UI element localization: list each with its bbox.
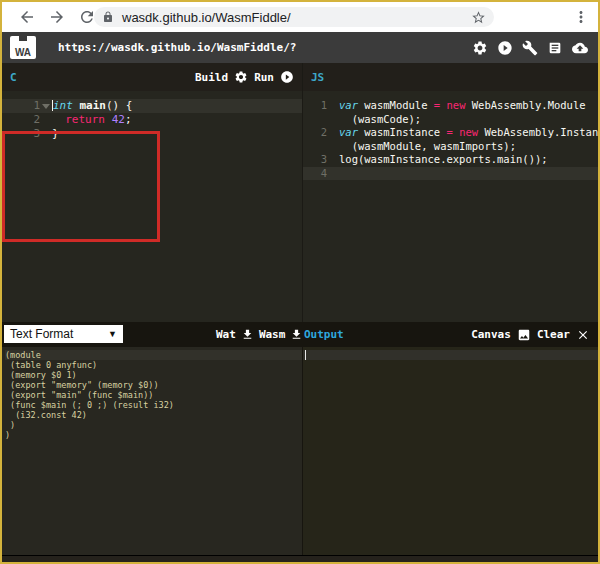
lock-icon[interactable] bbox=[102, 11, 114, 23]
output-line: (export "main" (func $main)) bbox=[5, 390, 302, 400]
forward-icon[interactable] bbox=[48, 8, 66, 26]
console-active-line bbox=[303, 350, 598, 360]
build-run-group: Build Run bbox=[195, 70, 294, 84]
code-line[interactable]: (wasmModule, wasmImports); bbox=[303, 140, 598, 154]
output-line: (memory $0 1) bbox=[5, 370, 302, 380]
js-pane: JS 1var wasmModule = new WebAssembly.Mod… bbox=[302, 63, 598, 322]
wrench-icon[interactable] bbox=[522, 40, 538, 56]
wat-download-button[interactable]: Wat bbox=[216, 328, 236, 341]
docs-icon[interactable] bbox=[547, 40, 563, 56]
browser-chrome: wasdk.github.io/WasmFiddle/ bbox=[2, 2, 598, 32]
back-icon[interactable] bbox=[18, 8, 36, 26]
output-tab-label: Output bbox=[304, 322, 344, 347]
fold-arrow-icon[interactable] bbox=[42, 104, 50, 109]
output-line: (func $main (; 0 ;) (result i32) bbox=[5, 400, 302, 410]
play-circle-icon[interactable] bbox=[497, 40, 513, 56]
js-pane-header: JS bbox=[303, 63, 598, 91]
format-select-value: Text Format bbox=[10, 327, 73, 341]
bottom-strip bbox=[2, 555, 598, 562]
share-icon[interactable] bbox=[572, 40, 588, 56]
console-output-pane[interactable] bbox=[302, 347, 598, 555]
close-icon[interactable] bbox=[576, 328, 590, 342]
c-code-editor[interactable]: 1int main() {2 return 42;3} bbox=[2, 91, 302, 322]
menu-icon[interactable] bbox=[572, 8, 590, 26]
build-button[interactable]: Build bbox=[195, 71, 228, 84]
wasmfiddle-window: wasdk.github.io/WasmFiddle/ WA https://w… bbox=[0, 0, 600, 564]
format-select[interactable]: Text Format ▼ bbox=[4, 325, 123, 343]
output-line: (i32.const 42) bbox=[5, 410, 302, 420]
image-icon[interactable] bbox=[517, 328, 531, 342]
download-icon[interactable] bbox=[241, 328, 254, 341]
chevron-down-icon: ▼ bbox=[108, 329, 117, 339]
wasm-logo-text: WA bbox=[10, 47, 36, 58]
c-pane-header: C Build Run bbox=[2, 63, 302, 91]
code-line[interactable]: 2 return 42; bbox=[2, 113, 302, 127]
output-line: (export "memory" (memory $0)) bbox=[5, 380, 302, 390]
app-url-text: https://wasdk.github.io/WasmFiddle/? bbox=[58, 41, 296, 54]
build-gear-icon[interactable] bbox=[234, 70, 248, 84]
code-line[interactable]: 1int main() { bbox=[2, 99, 302, 113]
star-icon[interactable] bbox=[471, 10, 486, 25]
canvas-button[interactable]: Canvas bbox=[471, 328, 511, 341]
run-play-icon[interactable] bbox=[280, 70, 294, 84]
tab-c: C bbox=[10, 71, 17, 84]
code-line[interactable]: 4 bbox=[303, 167, 598, 181]
bottom-toolbar: Text Format ▼ Wat Wasm Output Canvas Cle… bbox=[2, 322, 598, 347]
js-code-editor[interactable]: 1var wasmModule = new WebAssembly.Module… bbox=[303, 91, 598, 322]
code-line[interactable]: 2var wasmInstance = new WebAssembly.Inst… bbox=[303, 126, 598, 140]
code-line[interactable]: 3} bbox=[2, 127, 302, 141]
run-button[interactable]: Run bbox=[254, 71, 274, 84]
output-line: (table 0 anyfunc) bbox=[5, 360, 302, 370]
output-area: (module (table 0 anyfunc) (memory $0 1) … bbox=[2, 347, 598, 555]
editor-area: C Build Run 1int main() {2 return 42;3} … bbox=[2, 63, 598, 322]
wasm-download-button[interactable]: Wasm bbox=[259, 328, 286, 341]
output-line: (module bbox=[5, 350, 302, 360]
code-line[interactable]: 3log(wasmInstance.exports.main()); bbox=[303, 153, 598, 167]
output-line: ) bbox=[5, 420, 302, 430]
gear-icon[interactable] bbox=[472, 40, 488, 56]
address-url: wasdk.github.io/WasmFiddle/ bbox=[122, 10, 471, 25]
address-bar[interactable]: wasdk.github.io/WasmFiddle/ bbox=[94, 7, 494, 27]
wat-output-pane[interactable]: (module (table 0 anyfunc) (memory $0 1) … bbox=[2, 347, 302, 555]
download-icon[interactable] bbox=[290, 328, 303, 341]
c-pane: C Build Run 1int main() {2 return 42;3} bbox=[2, 63, 302, 322]
header-actions bbox=[472, 40, 588, 56]
text-cursor bbox=[305, 350, 306, 360]
clear-button[interactable]: Clear bbox=[537, 328, 570, 341]
canvas-clear-group: Canvas Clear bbox=[471, 322, 590, 347]
output-label: Output bbox=[304, 328, 344, 341]
code-line[interactable]: 1var wasmModule = new WebAssembly.Module bbox=[303, 99, 598, 113]
output-line: ) bbox=[5, 430, 302, 440]
wasm-logo: WA bbox=[10, 36, 36, 59]
tab-js: JS bbox=[311, 71, 324, 84]
app-header: WA https://wasdk.github.io/WasmFiddle/? bbox=[2, 32, 598, 63]
code-line[interactable]: (wasmCode); bbox=[303, 113, 598, 127]
download-group: Wat Wasm bbox=[216, 322, 303, 347]
